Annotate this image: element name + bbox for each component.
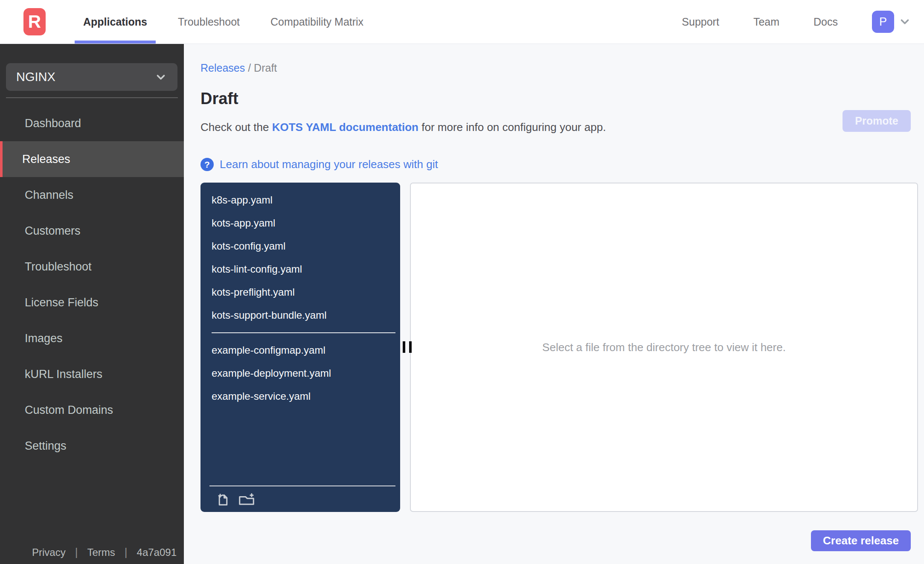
app-selector-dropdown[interactable]: NGINX: [6, 63, 177, 91]
sidebar-item-releases[interactable]: Releases: [0, 141, 184, 177]
page-title: Draft: [200, 90, 924, 108]
file-viewer-panel: Select a file from the directory tree to…: [410, 183, 918, 512]
release-editor-panels: k8s-app.yaml kots-app.yaml kots-config.y…: [200, 183, 924, 512]
avatar-initial: P: [879, 15, 887, 29]
sidebar-divider: [6, 97, 178, 98]
file-item-kots-lint-config[interactable]: kots-lint-config.yaml: [200, 258, 400, 281]
file-item-kots-preflight[interactable]: kots-preflight.yaml: [200, 281, 400, 304]
file-item-kots-config[interactable]: kots-config.yaml: [200, 235, 400, 258]
sidebar-item-label: Releases: [22, 153, 70, 166]
file-item-example-configmap[interactable]: example-configmap.yaml: [200, 339, 400, 362]
file-tree-panel: k8s-app.yaml kots-app.yaml kots-config.y…: [200, 183, 400, 512]
build-hash: 4a7a091: [137, 547, 177, 558]
nav-item-label: Applications: [83, 16, 147, 28]
description-suffix: for more info on configuring your app.: [418, 121, 606, 134]
file-item-kots-support-bundle[interactable]: kots-support-bundle.yaml: [200, 304, 400, 327]
description-prefix: Check out the: [200, 121, 272, 134]
sidebar-item-label: Images: [25, 332, 63, 345]
terms-link[interactable]: Terms: [87, 547, 115, 558]
file-tree-divider: [212, 332, 395, 333]
file-item-k8s-app[interactable]: k8s-app.yaml: [200, 189, 400, 212]
footer-separator: |: [75, 546, 78, 559]
sidebar-item-custom-domains[interactable]: Custom Domains: [0, 392, 184, 428]
file-item-example-service[interactable]: example-service.yaml: [200, 385, 400, 408]
breadcrumb-separator-glyph: /: [248, 62, 251, 74]
file-item-example-deployment[interactable]: example-deployment.yaml: [200, 362, 400, 385]
new-folder-icon[interactable]: [238, 492, 255, 506]
app-frame: NGINX Dashboard Releases Channels Custom…: [0, 44, 924, 564]
sidebar-item-troubleshoot[interactable]: Troubleshoot: [0, 249, 184, 285]
sidebar-item-settings[interactable]: Settings: [0, 428, 184, 464]
create-release-button[interactable]: Create release: [811, 530, 911, 551]
sidebar-item-channels[interactable]: Channels: [0, 177, 184, 213]
resize-bar: [409, 341, 412, 353]
sidebar-item-images[interactable]: Images: [0, 320, 184, 356]
nav-item-label: Compatibility Matrix: [270, 16, 363, 28]
nav-link-team[interactable]: Team: [753, 16, 779, 28]
sidebar-item-label: Custom Domains: [25, 404, 113, 417]
footer-separator: |: [125, 546, 128, 559]
replicated-logo[interactable]: R: [23, 8, 46, 35]
page-description: Check out the KOTS YAML documentation fo…: [200, 121, 924, 134]
resize-bar: [403, 341, 405, 353]
breadcrumb-current: Draft: [254, 62, 277, 74]
app-selector-value: NGINX: [16, 70, 154, 84]
new-file-icon[interactable]: [217, 492, 230, 506]
breadcrumb-releases-link[interactable]: Releases: [200, 62, 245, 74]
sidebar-item-kurl-installers[interactable]: kURL Installers: [0, 356, 184, 392]
learn-link-label: Learn about managing your releases with …: [220, 158, 438, 171]
avatar[interactable]: P: [872, 11, 894, 33]
nav-item-compatibility-matrix[interactable]: Compatibility Matrix: [262, 0, 372, 44]
file-item-kots-app[interactable]: kots-app.yaml: [200, 212, 400, 235]
sidebar-item-label: Settings: [25, 439, 67, 453]
sidebar-item-label: kURL Installers: [25, 368, 102, 381]
sidebar-item-label: Dashboard: [25, 117, 81, 130]
sidebar-menu: Dashboard Releases Channels Customers Tr…: [0, 105, 184, 464]
help-question-icon: ?: [200, 158, 214, 171]
nav-link-docs[interactable]: Docs: [814, 16, 838, 28]
logo-letter: R: [28, 12, 41, 32]
sidebar: NGINX Dashboard Releases Channels Custom…: [0, 44, 184, 564]
privacy-link[interactable]: Privacy: [32, 547, 66, 558]
sidebar-item-label: License Fields: [25, 296, 99, 309]
sidebar-item-label: Customers: [25, 224, 81, 238]
nav-item-applications[interactable]: Applications: [75, 0, 156, 44]
breadcrumb: Releases / Draft: [200, 62, 924, 74]
file-tree-toolbar: [209, 486, 395, 512]
main-content: Releases / Draft Draft Check out the KOT…: [184, 44, 924, 564]
nav-item-label: Troubleshoot: [178, 16, 240, 28]
top-nav: R Applications Troubleshoot Compatibilit…: [0, 0, 924, 44]
learn-releases-git-link[interactable]: ? Learn about managing your releases wit…: [200, 158, 924, 171]
sidebar-item-dashboard[interactable]: Dashboard: [0, 105, 184, 141]
nav-right-group: Support Team Docs P: [682, 11, 911, 33]
sidebar-item-customers[interactable]: Customers: [0, 213, 184, 249]
nav-link-support[interactable]: Support: [682, 16, 719, 28]
sidebar-item-license-fields[interactable]: License Fields: [0, 285, 184, 320]
sidebar-footer: Privacy | Terms | 4a7a091: [32, 546, 177, 559]
kots-yaml-docs-link[interactable]: KOTS YAML documentation: [272, 121, 418, 134]
primary-nav: Applications Troubleshoot Compatibility …: [68, 0, 379, 44]
promote-button[interactable]: Promote: [843, 110, 911, 132]
sidebar-item-label: Troubleshoot: [25, 260, 92, 273]
nav-item-troubleshoot[interactable]: Troubleshoot: [169, 0, 248, 44]
chevron-down-icon[interactable]: [898, 15, 911, 28]
sidebar-item-label: Channels: [25, 189, 73, 202]
chevron-down-icon: [154, 71, 167, 84]
file-viewer-placeholder: Select a file from the directory tree to…: [542, 341, 786, 354]
panel-resize-handle[interactable]: [403, 341, 412, 353]
